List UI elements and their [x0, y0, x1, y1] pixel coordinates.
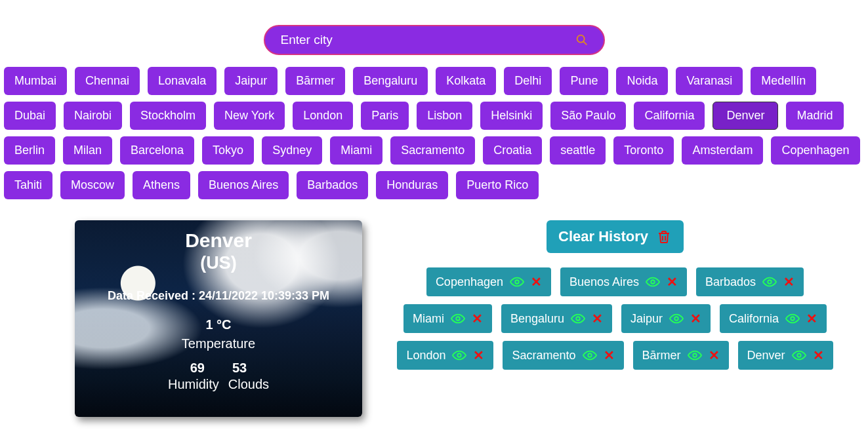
- city-chip[interactable]: São Paulo: [550, 102, 626, 130]
- city-chip[interactable]: Stockholm: [130, 102, 206, 130]
- remove-icon[interactable]: ✕: [667, 274, 678, 290]
- city-chip[interactable]: Toronto: [613, 136, 674, 165]
- city-chip[interactable]: Denver: [713, 102, 778, 130]
- search-bar: [264, 25, 605, 55]
- history-item: Barbados✕: [696, 267, 804, 296]
- history-item: California✕: [720, 304, 827, 333]
- city-chip[interactable]: London: [293, 102, 353, 130]
- city-chip[interactable]: Tahiti: [4, 171, 52, 199]
- history-item-label: Bengaluru: [510, 312, 564, 326]
- eye-icon[interactable]: [451, 313, 465, 324]
- card-country: (US): [75, 253, 362, 273]
- eye-icon[interactable]: [571, 313, 585, 324]
- city-chip[interactable]: Bārmer: [285, 67, 345, 95]
- search-input[interactable]: [279, 32, 575, 48]
- svg-point-8: [576, 317, 580, 321]
- history-list: Copenhagen✕Buenos Aires✕Barbados✕Miami✕B…: [392, 267, 838, 370]
- clear-history-button[interactable]: Clear History: [547, 220, 684, 253]
- eye-icon[interactable]: [792, 350, 806, 361]
- history-item-label: Sacramento: [512, 349, 575, 363]
- city-chip[interactable]: seattle: [550, 136, 606, 165]
- city-chip[interactable]: Jaipur: [224, 67, 278, 95]
- city-chip[interactable]: Chennai: [75, 67, 140, 95]
- svg-point-13: [693, 353, 697, 357]
- card-city: Denver: [75, 229, 362, 252]
- eye-icon[interactable]: [688, 350, 702, 361]
- clear-history-label: Clear History: [558, 228, 648, 245]
- trash-icon: [656, 229, 672, 245]
- remove-icon[interactable]: ✕: [806, 311, 817, 326]
- city-chip[interactable]: Noida: [616, 67, 668, 95]
- remove-icon[interactable]: ✕: [813, 347, 824, 363]
- history-item-label: Miami: [413, 312, 444, 326]
- city-chip[interactable]: Mumbai: [4, 67, 67, 95]
- city-chip[interactable]: Nairobi: [64, 102, 122, 130]
- city-chip[interactable]: Barcelona: [120, 136, 194, 165]
- city-chip[interactable]: Sydney: [262, 136, 322, 165]
- eye-icon[interactable]: [452, 350, 466, 361]
- city-chip[interactable]: California: [634, 102, 705, 130]
- remove-icon[interactable]: ✕: [709, 347, 720, 363]
- city-chip[interactable]: Moscow: [60, 171, 125, 199]
- city-chip[interactable]: Croatia: [483, 136, 542, 165]
- city-chip[interactable]: Amsterdam: [682, 136, 763, 165]
- city-chip[interactable]: Medellín: [751, 67, 816, 95]
- history-item: Miami✕: [403, 304, 492, 333]
- remove-icon[interactable]: ✕: [592, 311, 603, 326]
- svg-point-10: [791, 317, 795, 321]
- history-item-label: Buenos Aires: [569, 275, 639, 289]
- svg-point-12: [588, 353, 592, 357]
- remove-icon[interactable]: ✕: [472, 311, 483, 326]
- city-chip[interactable]: Buenos Aires: [198, 171, 289, 199]
- city-chip[interactable]: Athens: [133, 171, 190, 199]
- svg-point-9: [674, 317, 678, 321]
- city-chip[interactable]: Paris: [361, 102, 409, 130]
- eye-icon[interactable]: [510, 277, 524, 287]
- remove-icon[interactable]: ✕: [604, 347, 615, 363]
- history-item: Bārmer✕: [633, 341, 729, 370]
- card-clouds-value: 53: [232, 361, 247, 376]
- city-chip[interactable]: Copenhagen: [771, 136, 859, 165]
- city-chip[interactable]: Delhi: [504, 67, 552, 95]
- city-chip[interactable]: Helsinki: [480, 102, 543, 130]
- remove-icon[interactable]: ✕: [473, 347, 484, 363]
- history-item: Copenhagen✕: [426, 267, 551, 296]
- city-chip[interactable]: Honduras: [376, 171, 448, 199]
- city-chip[interactable]: Pune: [560, 67, 608, 95]
- city-chip[interactable]: Lonavala: [148, 67, 217, 95]
- history-item: Buenos Aires✕: [560, 267, 687, 296]
- city-chip[interactable]: Madrid: [786, 102, 843, 130]
- card-temp-value: 1 °C: [75, 317, 362, 332]
- remove-icon[interactable]: ✕: [783, 274, 795, 290]
- history-item: Denver✕: [738, 341, 833, 370]
- svg-point-7: [456, 317, 460, 321]
- city-chip[interactable]: Miami: [330, 136, 382, 165]
- history-item: Bengaluru✕: [501, 304, 612, 333]
- eye-icon[interactable]: [583, 350, 597, 361]
- city-chip[interactable]: Lisbon: [417, 102, 472, 130]
- eye-icon[interactable]: [669, 313, 684, 324]
- weather-card: Denver (US) Data Received : 24/11/2022 1…: [75, 220, 362, 417]
- card-humidity-label: Humidity: [168, 377, 219, 392]
- city-chip[interactable]: New York: [214, 102, 285, 130]
- city-chip[interactable]: Dubai: [4, 102, 56, 130]
- card-received: Data Received : 24/11/2022 10:39:33 PM: [75, 289, 362, 303]
- city-chip[interactable]: Kolkata: [436, 67, 496, 95]
- city-chip[interactable]: Tokyo: [202, 136, 254, 165]
- remove-icon[interactable]: ✕: [531, 274, 542, 290]
- remove-icon[interactable]: ✕: [690, 311, 701, 326]
- history-item: Sacramento✕: [503, 341, 623, 370]
- city-chip[interactable]: Barbados: [297, 171, 368, 199]
- city-chip[interactable]: Varanasi: [676, 67, 743, 95]
- city-chip[interactable]: Milan: [63, 136, 112, 165]
- city-chip[interactable]: Puerto Rico: [456, 171, 539, 199]
- city-chip[interactable]: Berlin: [4, 136, 55, 165]
- city-chip[interactable]: Bengaluru: [353, 67, 428, 95]
- eye-icon[interactable]: [646, 277, 660, 287]
- city-chip-list: MumbaiChennaiLonavalaJaipurBārmerBengalu…: [0, 67, 868, 206]
- city-chip[interactable]: Sacramento: [390, 136, 475, 165]
- eye-icon[interactable]: [785, 313, 800, 324]
- search-icon[interactable]: [575, 33, 589, 47]
- history-item: London✕: [397, 341, 493, 370]
- eye-icon[interactable]: [762, 277, 777, 287]
